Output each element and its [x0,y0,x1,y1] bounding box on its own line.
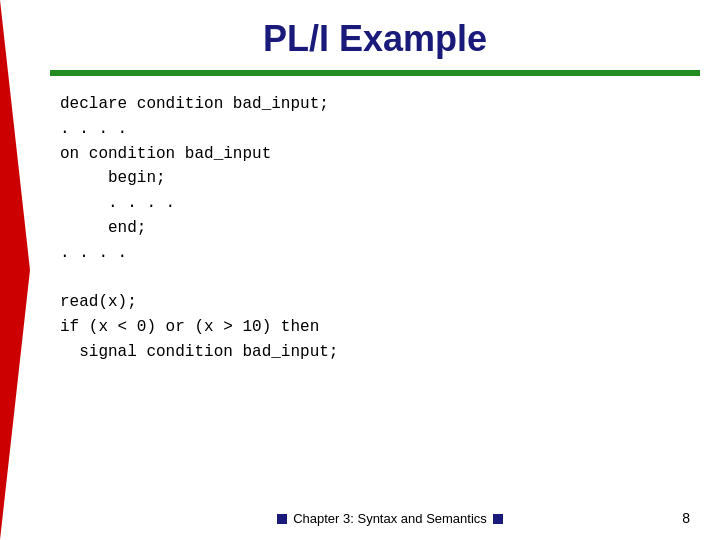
slide-footer: Chapter 3: Syntax and Semantics [60,511,720,526]
code-line-8: read(x); [60,290,690,315]
code-line-1: declare condition bad_input; [60,92,690,117]
code-line-2: . . . . [60,117,690,142]
code-line-5: . . . . [60,191,690,216]
code-line-7: . . . . [60,241,690,266]
left-arrow-decoration [0,0,30,540]
code-line-4: begin; [60,166,690,191]
code-line-3: on condition bad_input [60,142,690,167]
title-section: PL/I Example [30,0,720,70]
slide-content: PL/I Example declare condition bad_input… [30,0,720,540]
code-line-10: signal condition bad_input; [60,340,690,365]
slide-title: PL/I Example [50,18,700,60]
footer-square-right [493,514,503,524]
code-line-9: if (x < 0) or (x > 10) then [60,315,690,340]
code-block: declare condition bad_input; . . . . on … [30,92,720,365]
code-line-6: end; [60,216,690,241]
footer-square-left [277,514,287,524]
green-divider [50,70,700,76]
footer-label: Chapter 3: Syntax and Semantics [293,511,487,526]
page-number: 8 [682,510,690,526]
